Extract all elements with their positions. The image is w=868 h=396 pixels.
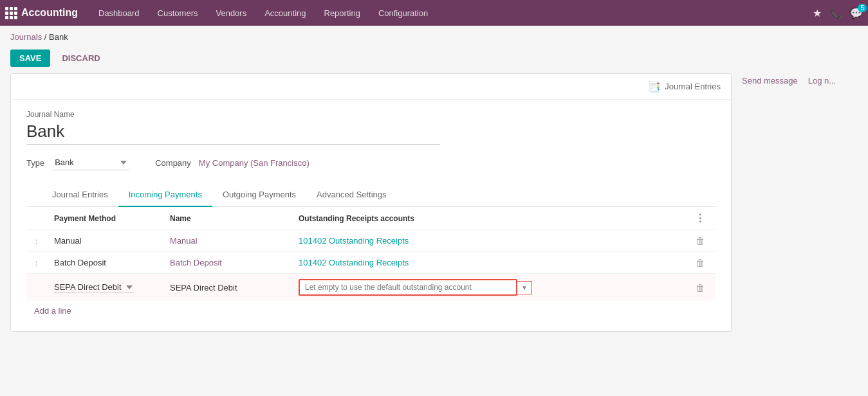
col-header-actions: ⋮	[685, 207, 716, 230]
drag-handle-cell-2: ↕	[26, 252, 46, 274]
add-line-row: Add a line	[26, 301, 716, 321]
tab-advanced-settings[interactable]: Advanced Settings	[306, 183, 396, 207]
form-row-type-company: Type Bank Company My Company (San Franci…	[26, 155, 716, 170]
table-row-active: SEPA Direct Debit SEPA Direct Debit ▼	[26, 274, 716, 302]
delete-button-2[interactable]: 🗑	[696, 257, 705, 268]
receipts-link-1[interactable]: 101402 Outstanding Receipts	[299, 236, 409, 246]
tab-incoming-payments[interactable]: Incoming Payments	[118, 183, 212, 207]
journal-entries-label: Journal Entries	[665, 82, 721, 91]
drag-handle-icon-2[interactable]: ↕	[34, 258, 39, 268]
company-label: Company	[155, 158, 191, 168]
type-select[interactable]: Bank	[52, 155, 129, 170]
nav-reporting[interactable]: Reporting	[317, 4, 368, 22]
tabs-bar: Journal Entries Incoming Payments Outgoi…	[26, 183, 716, 207]
drag-handle-icon[interactable]: ↕	[34, 236, 39, 246]
delete-cell-2: 🗑	[685, 252, 716, 274]
main-card: 📑 Journal Entries Journal Name Bank Type…	[10, 73, 732, 332]
name-link-2[interactable]: Batch Deposit	[170, 258, 222, 267]
delete-button-3[interactable]: 🗑	[696, 282, 705, 293]
discard-button[interactable]: DISCARD	[55, 50, 106, 67]
table-row: ↕ Manual Manual 101402 Outstanding Recei…	[26, 230, 716, 252]
breadcrumb-parent[interactable]: Journals	[10, 32, 42, 42]
col-header-method: Payment Method	[46, 207, 162, 230]
main-layout: 📑 Journal Entries Journal Name Bank Type…	[0, 73, 868, 342]
nav-right-actions: ★ 📞 💬 5	[813, 7, 863, 19]
tab-outgoing-payments[interactable]: Outgoing Payments	[212, 183, 306, 207]
journal-entries-button[interactable]: 📑 Journal Entries	[648, 80, 721, 93]
type-label: Type	[26, 158, 44, 168]
nav-dashboard[interactable]: Dashboard	[91, 4, 147, 22]
top-navigation: Accounting Dashboard Customers Vendors A…	[0, 0, 868, 26]
name-cell-1: Manual	[162, 230, 291, 252]
payments-table: Payment Method Name Outstanding Receipts…	[26, 207, 716, 301]
send-message-link[interactable]: Send message	[742, 76, 798, 86]
name-link-1[interactable]: Manual	[170, 236, 198, 246]
drag-handle-cell-3	[26, 274, 46, 302]
nav-accounting[interactable]: Accounting	[257, 4, 313, 22]
receipts-link-2[interactable]: 101402 Outstanding Receipts	[299, 258, 409, 267]
delete-button-1[interactable]: 🗑	[696, 235, 705, 246]
delete-cell-1: 🗑	[685, 230, 716, 252]
company-field: Company My Company (San Francisco)	[155, 158, 309, 168]
receipts-cell-2: 101402 Outstanding Receipts	[291, 252, 685, 274]
journal-name-label: Journal Name	[26, 110, 716, 119]
col-header-receipts: Outstanding Receipts accounts	[291, 207, 685, 230]
receipts-dropdown-arrow[interactable]: ▼	[517, 281, 532, 294]
drag-handle-cell: ↕	[26, 230, 46, 252]
chat-icon[interactable]: 💬 5	[850, 7, 863, 19]
receipts-input-wrapper: ▼	[299, 279, 677, 296]
method-value-1: Manual	[54, 236, 82, 246]
name-value-3: SEPA Direct Debit	[170, 283, 237, 292]
journal-name-value[interactable]: Bank	[26, 122, 440, 145]
chat-badge: 5	[858, 4, 867, 12]
journal-icon: 📑	[648, 80, 661, 93]
col-header-name: Name	[162, 207, 291, 230]
brand-name: Accounting	[21, 7, 78, 19]
type-field: Type Bank	[26, 155, 129, 170]
action-bar: SAVE DISCARD	[0, 46, 868, 73]
add-line-button[interactable]: Add a line	[26, 301, 79, 321]
breadcrumb: Journals / Bank	[0, 26, 868, 46]
breadcrumb-current: Bank	[49, 32, 68, 42]
column-menu-icon[interactable]: ⋮	[692, 213, 708, 224]
method-cell-2: Batch Deposit	[46, 252, 162, 274]
app-brand[interactable]: Accounting	[5, 7, 78, 19]
receipts-input-3[interactable]	[299, 279, 517, 296]
receipts-cell-3: ▼	[291, 274, 685, 302]
nav-vendors[interactable]: Vendors	[208, 4, 254, 22]
col-header-drag	[26, 207, 46, 230]
grid-icon	[5, 7, 17, 19]
table-row: ↕ Batch Deposit Batch Deposit 101402 Out…	[26, 252, 716, 274]
log-note-link[interactable]: Log n...	[808, 76, 836, 86]
company-link[interactable]: My Company (San Francisco)	[199, 158, 309, 168]
method-cell-1: Manual	[46, 230, 162, 252]
method-cell-3: SEPA Direct Debit	[46, 274, 162, 302]
receipts-cell-1: 101402 Outstanding Receipts	[291, 230, 685, 252]
right-sidebar: Send message Log n...	[742, 73, 858, 332]
breadcrumb-separator: /	[44, 32, 49, 42]
nav-customers[interactable]: Customers	[150, 4, 206, 22]
nav-menu: Dashboard Customers Vendors Accounting R…	[91, 4, 813, 22]
sidebar-action-links: Send message Log n...	[742, 73, 858, 86]
phone-icon[interactable]: 📞	[829, 7, 842, 19]
name-cell-2: Batch Deposit	[162, 252, 291, 274]
save-button[interactable]: SAVE	[10, 50, 50, 67]
name-cell-3: SEPA Direct Debit	[162, 274, 291, 302]
form-body: Journal Name Bank Type Bank Company My C…	[11, 100, 731, 331]
delete-cell-3: 🗑	[685, 274, 716, 302]
tab-journal-entries[interactable]: Journal Entries	[42, 183, 118, 207]
method-value-2: Batch Deposit	[54, 258, 106, 267]
star-icon[interactable]: ★	[813, 7, 822, 19]
nav-configuration[interactable]: Configuration	[371, 4, 436, 22]
method-select-3[interactable]: SEPA Direct Debit	[54, 282, 134, 292]
card-top-actions: 📑 Journal Entries	[11, 74, 731, 100]
